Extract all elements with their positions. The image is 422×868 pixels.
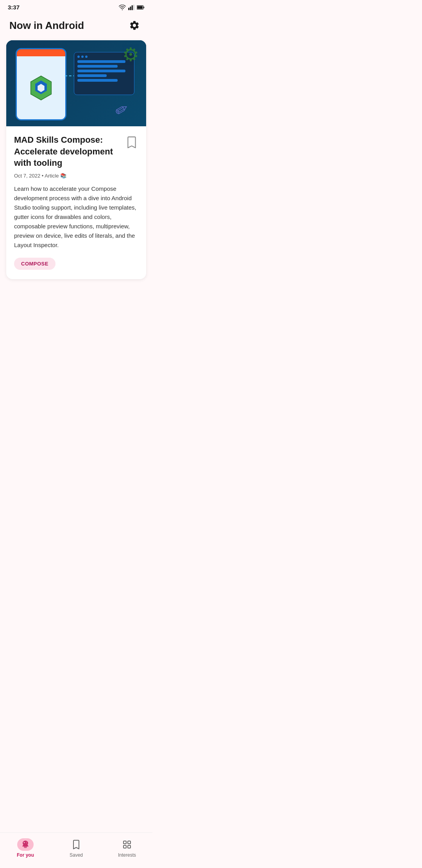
wifi-icon (119, 5, 126, 10)
hero-image: ⚙ ✏ (6, 40, 146, 126)
card-header-row: MAD Skills Compose: Accelerate developme… (14, 134, 138, 169)
svg-rect-4 (133, 5, 134, 10)
svg-rect-1 (128, 7, 129, 10)
bookmark-icon (127, 136, 137, 148)
bookmark-button[interactable] (125, 135, 138, 151)
article-title: MAD Skills Compose: Accelerate developme… (14, 134, 120, 169)
status-icons (119, 5, 145, 10)
card-content: MAD Skills Compose: Accelerate developme… (6, 126, 146, 279)
svg-rect-6 (143, 7, 144, 8)
status-time: 3:37 (8, 4, 20, 11)
svg-rect-3 (132, 5, 133, 10)
signal-icon (128, 5, 134, 10)
phone-illustration (16, 48, 66, 120)
svg-point-0 (122, 9, 123, 10)
settings-button[interactable] (126, 17, 143, 34)
settings-icon (129, 20, 140, 31)
page-title: Now in Android (9, 20, 84, 32)
article-body: Learn how to accelerate your Compose dev… (14, 184, 138, 250)
hero-scene: ⚙ ✏ (6, 40, 146, 126)
gear-illustration: ⚙ (122, 43, 139, 65)
svg-rect-7 (137, 6, 143, 9)
svg-rect-2 (130, 6, 131, 10)
article-card[interactable]: ⚙ ✏ MAD Skills Compose: Accelerate devel… (6, 40, 146, 279)
compose-tag[interactable]: COMPOSE (14, 258, 55, 270)
page-header: Now in Android (0, 13, 152, 40)
battery-icon (137, 5, 145, 10)
compose-logo-icon (27, 74, 55, 102)
article-meta: Oct 7, 2022 • Article 📚 (14, 173, 138, 179)
status-bar: 3:37 (0, 0, 152, 13)
